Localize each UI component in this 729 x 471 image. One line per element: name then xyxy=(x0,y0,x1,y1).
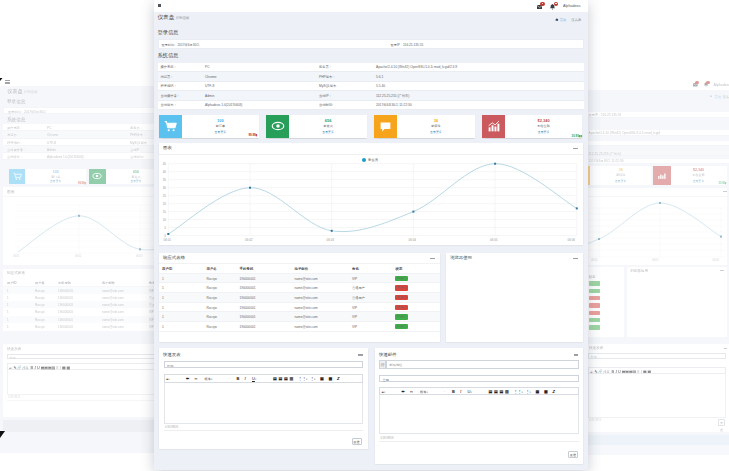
svg-text:20: 20 xyxy=(162,202,166,206)
svg-text:45: 45 xyxy=(162,162,166,166)
svg-text:10: 10 xyxy=(162,217,166,221)
svg-text:25: 25 xyxy=(162,194,166,198)
svg-text:5: 5 xyxy=(164,225,166,229)
svg-text:35: 35 xyxy=(162,178,166,182)
svg-text:40: 40 xyxy=(162,170,166,174)
svg-text:0: 0 xyxy=(164,233,166,236)
svg-text:15: 15 xyxy=(162,209,166,213)
svg-text:30: 30 xyxy=(162,186,166,190)
